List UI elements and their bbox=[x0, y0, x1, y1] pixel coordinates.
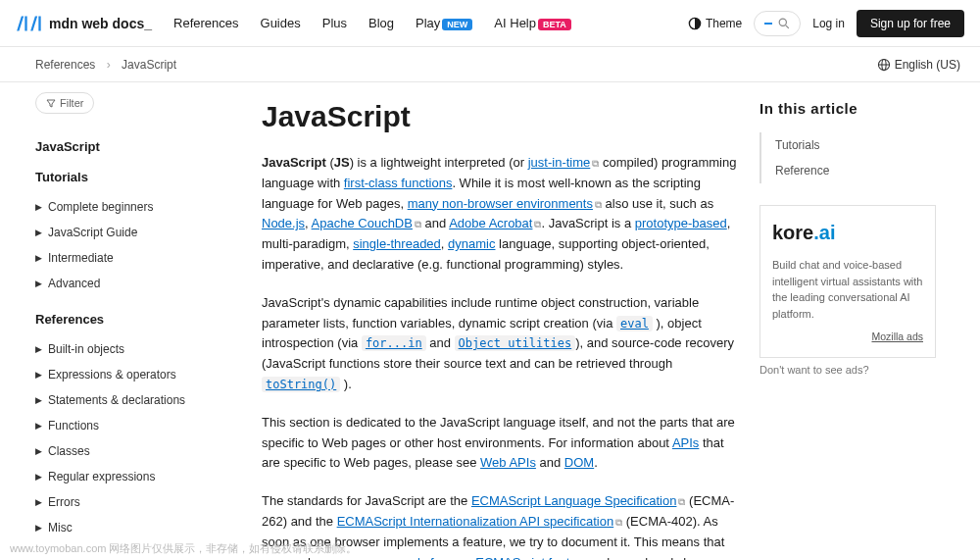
sidebar-item-advanced[interactable]: ▶Advanced bbox=[35, 271, 215, 296]
prototype-link[interactable]: prototype-based bbox=[635, 216, 727, 230]
nav-plus[interactable]: Plus bbox=[322, 16, 347, 30]
theme-icon bbox=[688, 17, 702, 30]
section-paragraph: This section is dedicated to the JavaScr… bbox=[262, 413, 740, 474]
ad-card[interactable]: kore.ai Build chat and voice-based intel… bbox=[760, 205, 936, 358]
sidebar-item-intermediate[interactable]: ▶Intermediate bbox=[35, 245, 215, 271]
webapis-link[interactable]: Web APIs bbox=[480, 455, 536, 470]
caret-right-icon: ▶ bbox=[35, 279, 42, 288]
watermark: www.toymoban.com 网络图片仅供展示，非存储，如有侵权请联系删除。 bbox=[10, 541, 357, 556]
toc-title: In this article bbox=[760, 100, 936, 117]
caret-right-icon: ▶ bbox=[35, 472, 42, 482]
sidebar: Filter JavaScript Tutorials ▶Complete be… bbox=[0, 82, 230, 560]
caret-right-icon: ▶ bbox=[35, 202, 42, 212]
sidebar-item-js-guide[interactable]: ▶JavaScript Guide bbox=[35, 220, 215, 245]
toc-item-tutorials[interactable]: Tutorials bbox=[775, 132, 936, 158]
sidebar-section-tutorials: Tutorials bbox=[35, 170, 215, 184]
primary-nav: References Guides Plus Blog PlayNEW AI H… bbox=[173, 16, 571, 30]
breadcrumb-bar: References › JavaScript English (US) bbox=[0, 47, 980, 82]
caret-right-icon: ▶ bbox=[35, 228, 42, 237]
dynamic-link[interactable]: dynamic bbox=[448, 236, 495, 251]
jit-link[interactable]: just-in-time bbox=[528, 155, 591, 170]
ad-copy: Build chat and voice-based intelligent v… bbox=[772, 257, 923, 322]
caret-right-icon: ▶ bbox=[35, 446, 42, 456]
caret-right-icon: ▶ bbox=[35, 395, 42, 405]
sidebar-section-references: References bbox=[35, 312, 215, 327]
filter-button[interactable]: Filter bbox=[35, 92, 94, 114]
page-title: JavaScript bbox=[262, 100, 740, 133]
beta-badge: BETA bbox=[538, 19, 571, 30]
nav-guides[interactable]: Guides bbox=[261, 16, 301, 30]
first-class-functions-link[interactable]: first-class functions bbox=[344, 176, 453, 190]
nav-blog[interactable]: Blog bbox=[368, 16, 394, 30]
globe-icon bbox=[877, 58, 891, 72]
breadcrumb-item[interactable]: JavaScript bbox=[122, 58, 176, 72]
login-link[interactable]: Log in bbox=[812, 17, 845, 30]
nav-references[interactable]: References bbox=[173, 16, 238, 30]
new-badge: NEW bbox=[442, 19, 472, 30]
intro-paragraph: JavaScript (JS) is a lightweight interpr… bbox=[262, 153, 740, 276]
ad-optout[interactable]: Don't want to see ads? bbox=[760, 364, 936, 376]
signup-button[interactable]: Sign up for free bbox=[857, 10, 964, 37]
search-icon bbox=[778, 18, 790, 29]
ecma-link[interactable]: ECMAScript Language Specification bbox=[471, 493, 677, 508]
sidebar-title: JavaScript bbox=[35, 139, 215, 154]
logo-text: mdn web docs_ bbox=[49, 16, 152, 31]
sidebar-item-errors[interactable]: ▶Errors bbox=[35, 489, 215, 515]
nodejs-link[interactable]: Node.js bbox=[262, 216, 305, 230]
forin-code[interactable]: for...in bbox=[362, 335, 426, 351]
search-cursor bbox=[764, 23, 772, 25]
sidebar-item-statements[interactable]: ▶Statements & declarations bbox=[35, 387, 215, 413]
objutil-code[interactable]: Object utilities bbox=[455, 335, 576, 351]
search-input[interactable] bbox=[754, 11, 801, 36]
nav-aihelp[interactable]: AI HelpBETA bbox=[494, 16, 570, 30]
sidebar-item-misc[interactable]: ▶Misc bbox=[35, 515, 215, 540]
caret-right-icon: ▶ bbox=[35, 344, 42, 354]
sidebar-item-complete-beginners[interactable]: ▶Complete beginners bbox=[35, 194, 215, 220]
couchdb-link[interactable]: Apache CouchDB bbox=[312, 216, 413, 230]
table-of-contents: In this article Tutorials Reference kore… bbox=[760, 82, 956, 560]
ad-attribution[interactable]: Mozilla ads bbox=[772, 330, 923, 345]
external-icon: ⧉ bbox=[595, 199, 602, 210]
toc-item-reference[interactable]: Reference bbox=[775, 158, 936, 183]
sidebar-item-regex[interactable]: ▶Regular expressions bbox=[35, 464, 215, 489]
nav-play[interactable]: PlayNEW bbox=[416, 16, 472, 30]
sidebar-item-classes[interactable]: ▶Classes bbox=[35, 438, 215, 464]
breadcrumb: References › JavaScript bbox=[35, 58, 176, 72]
proposals-link[interactable]: proposals for new ECMAScript features bbox=[371, 555, 595, 560]
dom-link[interactable]: DOM bbox=[564, 455, 594, 470]
caret-right-icon: ▶ bbox=[35, 421, 42, 431]
apis-link[interactable]: APIs bbox=[672, 435, 699, 450]
mdn-logo-icon bbox=[16, 14, 43, 33]
sidebar-item-expressions[interactable]: ▶Expressions & operators bbox=[35, 362, 215, 387]
single-threaded-link[interactable]: single-threaded bbox=[353, 236, 441, 251]
tostring-code[interactable]: toString() bbox=[262, 377, 340, 392]
caret-right-icon: ▶ bbox=[35, 497, 42, 507]
dynamic-paragraph: JavaScript's dynamic capabilities includ… bbox=[262, 293, 740, 395]
header-right: Theme Log in Sign up for free bbox=[688, 10, 964, 37]
acrobat-link[interactable]: Adobe Acrobat bbox=[449, 216, 532, 230]
breadcrumb-item[interactable]: References bbox=[35, 58, 95, 72]
language-selector[interactable]: English (US) bbox=[877, 58, 960, 72]
article-content: JavaScript JavaScript (JS) is a lightwei… bbox=[230, 82, 760, 560]
mdn-logo[interactable]: mdn web docs_ bbox=[16, 14, 152, 33]
caret-right-icon: ▶ bbox=[35, 253, 42, 263]
svg-line-2 bbox=[786, 25, 789, 27]
caret-right-icon: ▶ bbox=[35, 370, 42, 380]
sidebar-item-builtins[interactable]: ▶Built-in objects bbox=[35, 336, 215, 362]
caret-right-icon: ▶ bbox=[35, 523, 42, 533]
eval-code[interactable]: eval bbox=[616, 316, 653, 331]
theme-toggle[interactable]: Theme bbox=[688, 17, 742, 30]
filter-icon bbox=[46, 98, 56, 108]
non-browser-link[interactable]: many non-browser environments bbox=[408, 196, 593, 211]
svg-point-1 bbox=[779, 19, 786, 25]
top-nav: mdn web docs_ References Guides Plus Blo… bbox=[0, 0, 980, 47]
intl-link[interactable]: ECMAScript Internationalization API spec… bbox=[337, 514, 614, 529]
ad-logo: kore.ai bbox=[772, 218, 923, 247]
sidebar-item-functions[interactable]: ▶Functions bbox=[35, 413, 215, 438]
external-icon: ⧉ bbox=[415, 219, 421, 229]
